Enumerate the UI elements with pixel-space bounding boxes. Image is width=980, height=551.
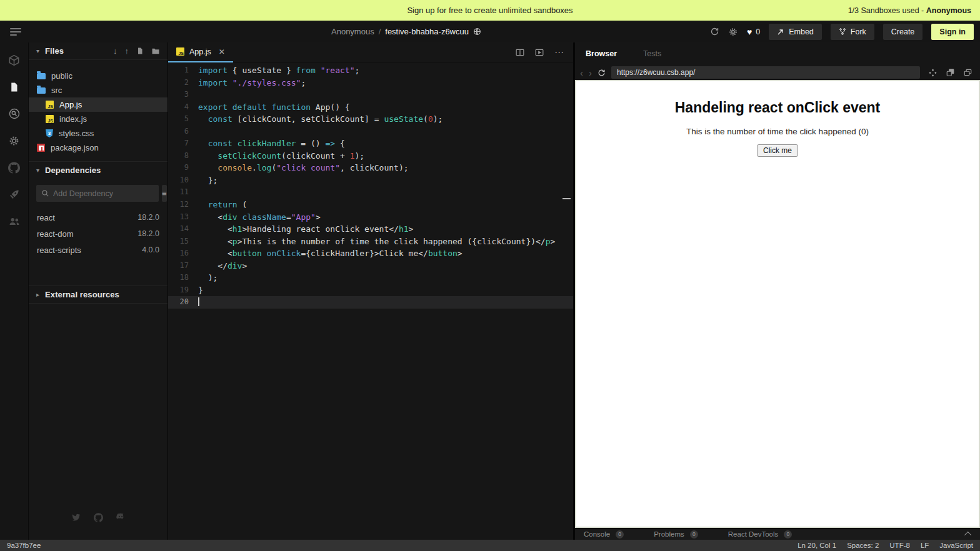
react-devtools-tab[interactable]: React DevTools 0 [728,530,792,539]
code-line-17[interactable]: 17 </div> [168,260,573,272]
eol-type[interactable]: LF [921,542,929,549]
code-line-3[interactable]: 3 [168,89,573,101]
overview-ruler-mark [562,198,571,199]
preview-frame: Handeling react onClick event This is th… [575,80,980,528]
code-line-15[interactable]: 15 <p>This is the number of time the cli… [168,236,573,248]
new-folder-icon[interactable] [151,47,160,55]
dependency-row-react[interactable]: react 18.2.0 [29,209,168,226]
code-line-2[interactable]: 2import "./styles.css"; [168,77,573,89]
indentation[interactable]: Spaces: 2 [847,542,879,549]
more-options-icon[interactable]: ⋯ [554,47,564,58]
cursor-position[interactable]: Ln 20, Col 1 [798,542,836,549]
duplicate-view-icon[interactable] [963,68,972,77]
code-line-9[interactable]: 9 console.log("click count", clickCount)… [168,162,573,174]
fork-button[interactable]: Fork [831,24,874,40]
code-line-19[interactable]: 19} [168,284,573,297]
code-line-13[interactable]: 13 <div className="App"> [168,211,573,224]
dependency-menu-icon[interactable]: ≡ [162,185,167,202]
refresh-icon[interactable] [598,69,606,77]
external-resources-header[interactable]: ▸ External resources [29,286,168,303]
dependency-row-react-dom[interactable]: react-dom 18.2.0 [29,226,168,242]
code-line-12[interactable]: 12 return ( [168,199,573,211]
code-line-10[interactable]: 10 }; [168,174,573,187]
code-line-14[interactable]: 14 <h1>Handeling react onClick event</h1… [168,223,573,236]
forward-icon[interactable]: › [589,68,592,77]
github-icon[interactable] [4,157,24,177]
signup-banner-link[interactable]: Sign up for free to create unlimited san… [407,6,572,15]
code-line-6[interactable]: 6 [168,126,573,138]
code-line-18[interactable]: 18 ); [168,272,573,284]
search-icon[interactable] [4,104,24,124]
twitter-icon[interactable] [71,513,81,522]
sandbox-title[interactable]: festive-bhabha-z6wcuu [385,27,469,36]
url-input[interactable] [611,66,920,79]
like-button[interactable]: ♥ 0 [747,27,760,37]
file-tree: public src App.js index.js styles.css pa… [29,60,168,161]
tab-appjs[interactable]: App.js ✕ [168,42,233,62]
discord-icon[interactable] [116,513,126,522]
expand-console-chevron-icon[interactable] [964,532,971,539]
sign-in-button[interactable]: Sign in [931,24,974,40]
new-file-icon[interactable] [136,47,144,55]
menu-icon[interactable] [10,28,21,36]
embed-button[interactable]: Embed [769,24,822,40]
download-icon[interactable]: ↓ [113,46,118,56]
code-line-20[interactable]: 20 [168,296,573,309]
file-row-src[interactable]: src [29,83,168,97]
live-users-icon[interactable] [4,211,24,231]
code-line-7[interactable]: 7 const clickHandler = () => { [168,137,573,150]
file-row-packagejson[interactable]: package.json [29,141,168,155]
owner-link[interactable]: Anonymous [331,27,374,36]
settings-gear-icon[interactable] [728,27,738,37]
code-line-8[interactable]: 8 setClickCount(clickCount + 1); [168,150,573,162]
config-gear-icon[interactable] [4,131,24,151]
file-row-indexjs[interactable]: index.js [29,112,168,126]
js-file-icon [46,101,54,109]
code-line-11[interactable]: 11 [168,186,573,199]
refresh-icon[interactable] [710,27,719,36]
breadcrumb: Anonymous / festive-bhabha-z6wcuu [331,27,481,36]
tab-tests[interactable]: Tests [643,49,661,58]
split-view-icon[interactable] [516,49,524,56]
npm-file-icon [37,144,45,152]
add-dependency-input[interactable] [36,185,159,202]
file-row-appjs[interactable]: App.js [29,97,168,112]
version-hash: 9a37fb7ee [7,542,41,549]
header-bar: Anonymous / festive-bhabha-z6wcuu ♥ 0 Em… [0,21,980,42]
upload-icon[interactable]: ↑ [125,46,129,56]
like-count: 0 [756,27,760,36]
folder-open-icon [37,87,46,94]
sandbox-cube-icon[interactable] [4,50,24,70]
open-preview-icon[interactable] [535,49,544,56]
click-me-button[interactable]: Click me [757,144,798,157]
create-button[interactable]: Create [883,24,923,40]
dependency-row-react-scripts[interactable]: react-scripts 4.0.0 [29,242,168,258]
browser-pane: Browser Tests ‹ › [575,42,980,540]
file-row-public[interactable]: public [29,69,168,83]
back-icon[interactable]: ‹ [580,68,583,77]
file-row-stylescss[interactable]: styles.css [29,126,168,141]
code-line-5[interactable]: 5 const [clickCount, setClickCount] = us… [168,113,573,126]
sandbox-usage-text: 1/3 Sandboxes used - Anonymous [848,6,980,15]
deploy-rocket-icon[interactable] [4,184,24,204]
chevron-right-icon: ▸ [36,291,39,298]
code-line-1[interactable]: 1import { useState } from "react"; [168,64,573,77]
search-icon [41,189,49,197]
close-tab-icon[interactable]: ✕ [219,47,225,56]
files-section-header[interactable]: ▾ Files ↓ ↑ [29,42,168,59]
preview-heading: Handeling react onClick event [576,99,979,116]
responsive-mode-icon[interactable] [928,68,938,77]
github-icon[interactable] [94,513,103,522]
privacy-globe-icon[interactable] [473,27,481,36]
code-line-4[interactable]: 4export default function App() { [168,101,573,114]
problems-tab[interactable]: Problems 0 [654,530,698,539]
code-line-16[interactable]: 16 <button onClick={clickHandler}>Click … [168,247,573,260]
code-lines[interactable]: 1import { useState } from "react";2impor… [168,62,573,540]
dependencies-section-header[interactable]: ▾ Dependencies [29,162,168,179]
encoding[interactable]: UTF-8 [889,542,910,549]
files-explorer-icon[interactable] [4,77,24,97]
console-tab[interactable]: Console 0 [584,530,624,539]
new-window-icon[interactable] [946,68,955,77]
tab-browser[interactable]: Browser [586,49,617,58]
language-mode[interactable]: JavaScript [939,542,973,549]
